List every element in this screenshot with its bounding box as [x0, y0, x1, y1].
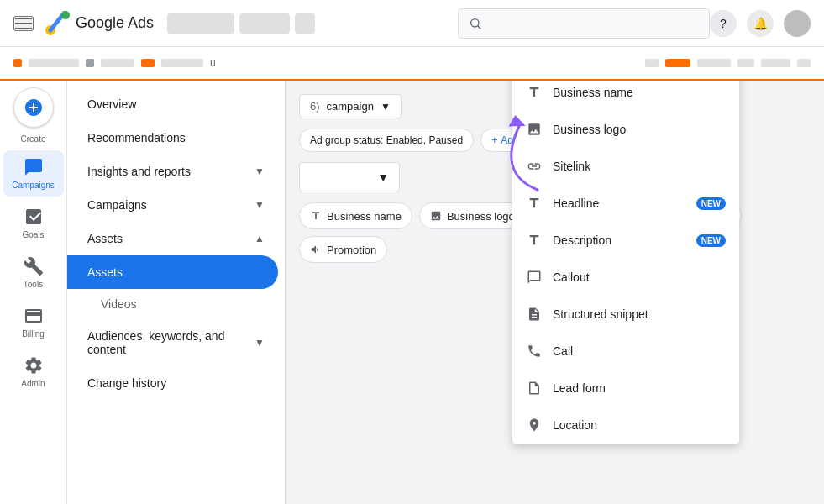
dropdown-item-headline-label: Headline: [553, 197, 686, 210]
nav-item-overview[interactable]: Overview: [67, 87, 285, 121]
dropdown-item-location[interactable]: Location: [512, 407, 739, 444]
sidebar-item-campaigns[interactable]: Campaigns: [3, 150, 64, 197]
svg-point-1: [61, 11, 70, 19]
assets-chevron: ▲: [255, 233, 265, 244]
nav-item-assets-parent[interactable]: Assets ▲: [67, 222, 285, 255]
content-area: 6) campaign ▼ Ad group status: Enabled, …: [286, 81, 824, 504]
campaigns-icon: [24, 157, 44, 177]
dropdown-item-sitelink-label: Sitelink: [553, 160, 726, 173]
sidebar-item-admin[interactable]: Admin: [3, 349, 64, 395]
headline-icon: [526, 195, 543, 212]
billing-label: Billing: [22, 329, 45, 339]
call-icon: [526, 343, 543, 360]
main-layout: Create Campaigns Goals: [0, 81, 824, 504]
top-navigation: Google Ads ? 🔔: [0, 0, 824, 47]
image-icon: [430, 210, 442, 222]
plus-icon: +: [491, 134, 497, 146]
nav-right-actions: ? 🔔: [710, 10, 811, 37]
nav-item-videos[interactable]: Videos: [67, 289, 285, 319]
dropdown-item-call[interactable]: Call: [512, 333, 739, 370]
app-title: Google Ads: [76, 14, 154, 32]
nav-item-change-history[interactable]: Change history: [67, 366, 285, 400]
admin-label: Admin: [21, 379, 45, 388]
dropdown-item-description[interactable]: Description NEW: [512, 222, 739, 259]
goals-icon: [24, 207, 44, 227]
asset-tag-promotion[interactable]: Promotion: [299, 236, 387, 263]
sidebar-item-billing[interactable]: Billing: [3, 299, 64, 345]
headline-new-badge: NEW: [696, 197, 726, 210]
sitelink-icon: [526, 158, 543, 175]
campaign-dropdown[interactable]: 6) campaign ▼: [299, 94, 402, 118]
sidebar-item-tools[interactable]: Tools: [3, 249, 64, 296]
nav-item-recommendations[interactable]: Recommendations: [67, 121, 285, 155]
tools-label: Tools: [24, 280, 43, 289]
nav-item-insights[interactable]: Insights and reports ▼: [67, 155, 285, 188]
dropdown-item-callout-label: Callout: [553, 270, 726, 284]
dropdown-item-business-logo[interactable]: Business logo: [512, 111, 739, 148]
secondary-bar: u: [0, 47, 824, 81]
text-icon: [310, 210, 322, 222]
billing-icon: [24, 306, 44, 326]
dropdown-item-business-logo-label: Business logo: [553, 123, 726, 136]
nav-item-audiences[interactable]: Audiences, keywords, and content ▼: [67, 319, 285, 366]
sidebar: Create Campaigns Goals: [0, 81, 67, 504]
google-ads-logo: Google Ads: [44, 10, 154, 37]
promotion-icon: [310, 244, 322, 255]
insights-chevron: ▼: [255, 165, 265, 177]
asset-tag-business-logo[interactable]: Business logo: [419, 202, 526, 229]
dropdown-item-business-name-label: Business name: [553, 86, 726, 99]
business-logo-icon: [526, 121, 543, 138]
business-name-icon: [526, 84, 543, 101]
gray-indicator: [86, 59, 94, 67]
help-icon[interactable]: ?: [710, 10, 737, 37]
nav-item-assets-active[interactable]: Assets: [67, 255, 278, 289]
dropdown-item-lead-form[interactable]: Lead form: [512, 370, 739, 407]
dropdown-item-callout[interactable]: Callout: [512, 259, 739, 296]
asset-type-dropdown: Image Business name Business logo Siteli…: [512, 81, 739, 444]
user-avatar[interactable]: [784, 10, 811, 37]
hamburger-button[interactable]: [13, 16, 34, 31]
orange-indicator: [13, 59, 22, 67]
dropdown-item-business-name[interactable]: Business name: [512, 81, 739, 111]
ad-group-status-chip: Ad group status: Enabled, Paused: [299, 129, 474, 152]
dropdown-item-structured-snippet[interactable]: Structured snippet: [512, 296, 739, 333]
audiences-chevron: ▼: [255, 337, 265, 349]
notifications-icon[interactable]: 🔔: [747, 10, 774, 37]
create-label: Create: [20, 134, 45, 144]
lead-form-icon: [526, 380, 543, 396]
dropdown-item-description-label: Description: [553, 234, 686, 247]
description-icon: [526, 232, 543, 249]
campaigns-label: Campaigns: [12, 181, 55, 190]
snippet-icon: [526, 306, 543, 323]
dropdown-item-location-label: Location: [553, 418, 726, 432]
create-button[interactable]: [13, 87, 54, 128]
campaigns-chevron: ▼: [255, 199, 265, 211]
goals-label: Goals: [22, 230, 44, 239]
nav-item-campaigns[interactable]: Campaigns ▼: [67, 188, 285, 222]
admin-icon: [24, 355, 44, 375]
dropdown-item-lead-form-label: Lead form: [553, 381, 726, 395]
dropdown-item-call-label: Call: [553, 344, 726, 358]
dropdown-item-snippet-label: Structured snippet: [553, 307, 726, 321]
nav-panel: Overview Recommendations Insights and re…: [67, 81, 286, 504]
callout-icon: [526, 269, 543, 286]
description-new-badge: NEW: [696, 234, 726, 247]
table-select[interactable]: ▼: [299, 162, 400, 192]
dropdown-arrow: ▼: [381, 101, 391, 113]
asset-tag-business-name[interactable]: Business name: [299, 202, 412, 229]
nav-search-bar[interactable]: [458, 8, 710, 39]
location-icon: [526, 417, 543, 433]
dropdown-item-sitelink[interactable]: Sitelink: [512, 148, 739, 185]
sidebar-item-goals[interactable]: Goals: [3, 200, 64, 246]
tools-icon: [24, 256, 44, 276]
dropdown-item-headline[interactable]: Headline NEW: [512, 185, 739, 222]
